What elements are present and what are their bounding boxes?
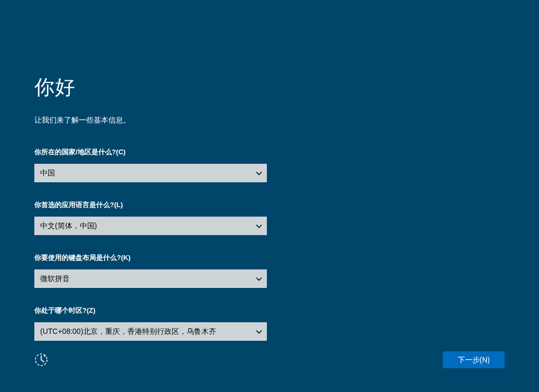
chevron-down-icon	[256, 223, 262, 229]
language-group: 你首选的应用语言是什么?(L) 中文(简体，中国)	[34, 200, 505, 235]
country-select[interactable]: 中国	[34, 164, 267, 182]
country-value: 中国	[40, 169, 55, 178]
keyboard-label: 你要使用的键盘布局是什么?(K)	[34, 253, 505, 263]
language-select[interactable]: 中文(简体，中国)	[34, 217, 267, 235]
keyboard-value: 微软拼音	[40, 274, 70, 284]
keyboard-select[interactable]: 微软拼音	[34, 269, 267, 288]
language-value: 中文(简体，中国)	[40, 221, 97, 231]
keyboard-group: 你要使用的键盘布局是什么?(K) 微软拼音	[34, 253, 505, 288]
chevron-down-icon	[256, 329, 262, 335]
timezone-value: (UTC+08:00)北京，重庆，香港特别行政区，乌鲁木齐	[40, 327, 216, 337]
chevron-down-icon	[256, 170, 262, 176]
timezone-select[interactable]: (UTC+08:00)北京，重庆，香港特别行政区，乌鲁木齐	[34, 322, 267, 341]
timezone-label: 你处于哪个时区?(Z)	[34, 306, 505, 315]
next-button[interactable]: 下一步(N)	[443, 351, 505, 368]
page-subtitle: 让我们来了解一些基本信息。	[34, 116, 505, 125]
language-label: 你首选的应用语言是什么?(L)	[34, 200, 505, 210]
ease-of-access-icon[interactable]	[34, 353, 48, 367]
country-label: 你所在的国家/地区是什么?(C)	[34, 147, 505, 157]
country-group: 你所在的国家/地区是什么?(C) 中国	[34, 147, 505, 182]
page-title: 你好	[34, 74, 505, 101]
timezone-group: 你处于哪个时区?(Z) (UTC+08:00)北京，重庆，香港特别行政区，乌鲁木…	[34, 306, 505, 341]
footer: 下一步(N)	[34, 351, 505, 368]
chevron-down-icon	[256, 276, 262, 282]
